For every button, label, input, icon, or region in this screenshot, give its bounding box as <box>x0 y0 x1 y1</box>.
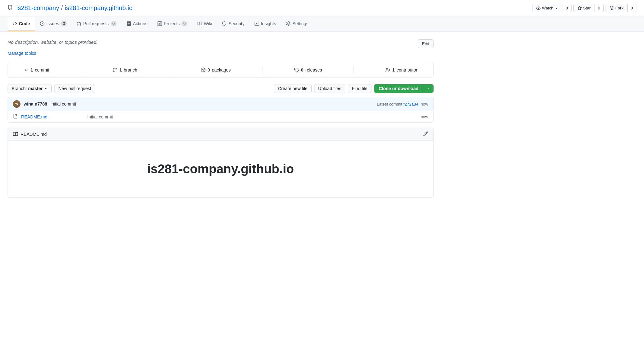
branch-caret-icon <box>44 87 48 90</box>
commits-label: commit <box>35 67 49 72</box>
commit-time: now <box>421 102 428 106</box>
top-actions: Watch 0 Star 0 Fork 0 <box>532 4 636 12</box>
packages-icon <box>201 67 206 72</box>
readme-content: is281-company.github.io <box>8 141 433 197</box>
readme-title: README.md <box>13 132 47 137</box>
tab-settings[interactable]: Settings <box>281 17 313 31</box>
watch-button[interactable]: Watch <box>532 4 562 12</box>
branch-selector[interactable]: Branch: master <box>8 84 52 93</box>
star-button[interactable]: Star <box>574 4 595 12</box>
fork-button[interactable]: Fork <box>606 4 627 12</box>
file-commit-message: Initial commit <box>87 114 417 119</box>
description-text: No description, website, or topics provi… <box>8 39 98 45</box>
readme-title-text: README.md <box>20 132 47 137</box>
repo-name-link[interactable]: is281-company.github.io <box>65 4 132 12</box>
commits-icon <box>24 67 29 72</box>
repo-icon <box>8 4 13 12</box>
branches-label: branch <box>124 67 137 72</box>
stat-divider-2 <box>169 66 169 74</box>
toolbar-row: Branch: master New pull request Create n… <box>8 84 434 93</box>
watch-group: Watch 0 <box>532 4 572 12</box>
contributors-label: contributor <box>397 67 417 72</box>
main-content: No description, website, or topics provi… <box>0 32 441 205</box>
releases-label: releases <box>305 67 322 72</box>
tab-pull-requests-label: Pull requests <box>83 21 109 26</box>
releases-icon <box>294 67 299 72</box>
tab-security-label: Security <box>228 21 244 26</box>
stat-divider-4 <box>354 66 354 74</box>
issues-badge: 0 <box>61 21 67 26</box>
projects-icon <box>158 21 162 26</box>
fork-icon <box>610 6 614 10</box>
new-pull-request-button[interactable]: New pull request <box>54 84 95 93</box>
contributors-stat[interactable]: 1 contributor <box>385 67 417 72</box>
settings-icon <box>286 21 290 26</box>
fork-group: Fork 0 <box>606 4 636 12</box>
commit-sha-link[interactable]: f272a84 <box>404 102 418 106</box>
clone-or-download-group: Clone or download <box>374 84 434 93</box>
create-new-file-button[interactable]: Create new file <box>274 84 311 93</box>
commits-count: 1 <box>31 67 33 72</box>
repo-owner-link[interactable]: is281-company <box>16 4 59 12</box>
wiki-icon <box>198 21 202 26</box>
tab-projects[interactable]: Projects 0 <box>152 16 193 32</box>
commit-message: Initial commit <box>50 101 76 106</box>
top-bar: is281-company / is281-company.github.io … <box>0 0 644 16</box>
toolbar-right: Create new file Upload files Find file C… <box>274 84 434 93</box>
toolbar-left: Branch: master New pull request <box>8 84 95 93</box>
stat-divider-3 <box>262 66 262 74</box>
projects-badge: 0 <box>181 21 187 26</box>
commit-author[interactable]: winain7788 <box>24 101 47 106</box>
upload-files-button[interactable]: Upload files <box>314 84 345 93</box>
branches-count: 1 <box>119 67 122 72</box>
readme-header: README.md <box>8 128 433 141</box>
tab-actions-label: Actions <box>133 21 147 26</box>
avatar-image: W <box>13 100 20 108</box>
readme-edit-button[interactable] <box>423 131 428 137</box>
contributors-icon <box>385 67 390 72</box>
branch-name: master <box>28 86 43 91</box>
tab-pull-requests[interactable]: Pull requests 0 <box>72 16 122 32</box>
clone-or-download-button[interactable]: Clone or download <box>374 84 423 93</box>
star-label: Star <box>583 6 591 10</box>
file-table: W winain7788 Initial commit Latest commi… <box>8 97 434 123</box>
tab-wiki[interactable]: Wiki <box>193 17 217 31</box>
watch-label: Watch <box>542 6 553 10</box>
commits-stat[interactable]: 1 commit <box>24 67 49 72</box>
edit-button[interactable]: Edit <box>418 39 434 48</box>
star-icon <box>578 6 582 10</box>
tab-actions[interactable]: Actions <box>122 17 152 31</box>
releases-stat[interactable]: 0 releases <box>294 67 322 72</box>
stats-bar: 1 commit 1 branch 0 packages 0 releases … <box>8 62 434 78</box>
eye-icon <box>536 6 541 10</box>
clone-or-download-caret[interactable] <box>423 84 433 93</box>
latest-commit-prefix: Latest commit <box>377 102 402 106</box>
packages-stat[interactable]: 0 packages <box>201 67 231 72</box>
avatar: W <box>13 100 20 108</box>
issues-icon <box>40 21 44 26</box>
tab-insights[interactable]: Insights <box>250 17 281 31</box>
tab-insights-label: Insights <box>261 21 276 26</box>
manage-topics-link[interactable]: Manage topics <box>8 51 36 56</box>
tab-issues-label: Issues <box>46 21 59 26</box>
branches-stat[interactable]: 1 branch <box>112 67 137 72</box>
pull-request-icon <box>77 21 81 26</box>
file-name-link[interactable]: README.md <box>21 114 84 119</box>
readme-book-icon <box>13 132 18 137</box>
pull-requests-badge: 0 <box>111 21 117 26</box>
tab-issues[interactable]: Issues 0 <box>35 16 72 32</box>
stat-divider-1 <box>81 66 81 74</box>
star-group: Star 0 <box>573 4 604 12</box>
packages-label: packages <box>212 67 231 72</box>
code-icon <box>13 21 17 26</box>
tab-security[interactable]: Security <box>217 17 250 31</box>
find-file-button[interactable]: Find file <box>348 84 371 93</box>
watch-caret-icon <box>555 6 558 10</box>
releases-count: 0 <box>301 67 303 72</box>
clone-caret-icon <box>426 86 430 90</box>
tab-code[interactable]: Code <box>8 17 35 31</box>
tab-settings-label: Settings <box>292 21 308 26</box>
branch-prefix: Branch: <box>12 86 27 91</box>
repo-separator: / <box>61 4 63 12</box>
pencil-icon <box>423 131 428 136</box>
